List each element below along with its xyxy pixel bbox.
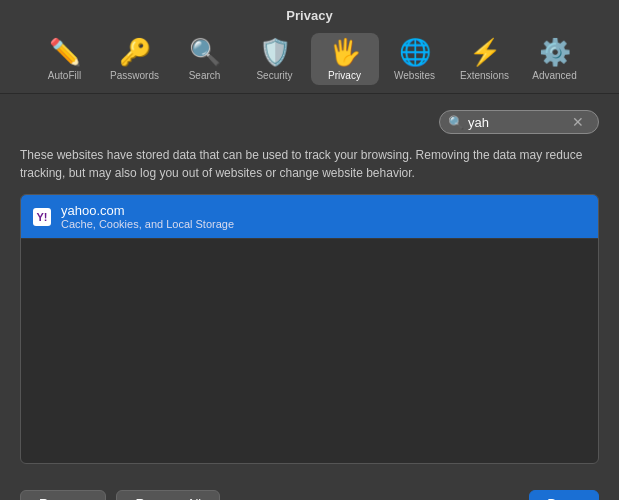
toolbar-label-extensions: Extensions — [460, 70, 509, 81]
toolbar: ✏️ AutoFill 🔑 Passwords 🔍 Search 🛡️ Secu… — [0, 27, 619, 94]
window-title: Privacy — [286, 8, 332, 23]
site-info: yahoo.com Cache, Cookies, and Local Stor… — [61, 203, 234, 230]
bottom-bar: Remove Remove All Done — [0, 476, 619, 500]
remove-button[interactable]: Remove — [20, 490, 106, 500]
site-list[interactable]: Y! yahoo.com Cache, Cookies, and Local S… — [20, 194, 599, 464]
magnifier-icon: 🔍 — [448, 115, 464, 130]
advanced-icon: ⚙️ — [539, 37, 571, 68]
toolbar-item-search[interactable]: 🔍 Search — [171, 33, 239, 85]
content-area: 🔍 ✕ These websites have stored data that… — [0, 94, 619, 476]
remove-all-button[interactable]: Remove All — [116, 490, 220, 500]
left-buttons: Remove Remove All — [20, 490, 220, 500]
search-bar-row: 🔍 ✕ — [20, 110, 599, 134]
site-row[interactable]: Y! yahoo.com Cache, Cookies, and Local S… — [21, 195, 598, 239]
toolbar-item-extensions[interactable]: ⚡ Extensions — [451, 33, 519, 85]
search-icon: 🔍 — [189, 37, 221, 68]
toolbar-label-passwords: Passwords — [110, 70, 159, 81]
search-field[interactable]: 🔍 ✕ — [439, 110, 599, 134]
toolbar-item-passwords[interactable]: 🔑 Passwords — [101, 33, 169, 85]
websites-icon: 🌐 — [399, 37, 431, 68]
toolbar-item-security[interactable]: 🛡️ Security — [241, 33, 309, 85]
toolbar-item-privacy[interactable]: 🖐️ Privacy — [311, 33, 379, 85]
toolbar-label-search: Search — [189, 70, 221, 81]
favicon-text: Y! — [37, 211, 48, 223]
toolbar-label-security: Security — [256, 70, 292, 81]
site-favicon: Y! — [33, 208, 51, 226]
security-icon: 🛡️ — [259, 37, 291, 68]
done-button[interactable]: Done — [529, 490, 600, 500]
autofill-icon: ✏️ — [49, 37, 81, 68]
site-details: Cache, Cookies, and Local Storage — [61, 218, 234, 230]
passwords-icon: 🔑 — [119, 37, 151, 68]
description-text: These websites have stored data that can… — [20, 146, 599, 182]
site-name: yahoo.com — [61, 203, 234, 218]
toolbar-label-privacy: Privacy — [328, 70, 361, 81]
extensions-icon: ⚡ — [469, 37, 501, 68]
toolbar-item-websites[interactable]: 🌐 Websites — [381, 33, 449, 85]
toolbar-label-websites: Websites — [394, 70, 435, 81]
privacy-icon: 🖐️ — [329, 37, 361, 68]
toolbar-item-advanced[interactable]: ⚙️ Advanced — [521, 33, 589, 85]
search-input[interactable] — [468, 115, 568, 130]
toolbar-label-advanced: Advanced — [532, 70, 576, 81]
toolbar-item-autofill[interactable]: ✏️ AutoFill — [31, 33, 99, 85]
toolbar-label-autofill: AutoFill — [48, 70, 81, 81]
title-bar: Privacy — [0, 0, 619, 27]
search-clear-icon[interactable]: ✕ — [572, 114, 584, 130]
